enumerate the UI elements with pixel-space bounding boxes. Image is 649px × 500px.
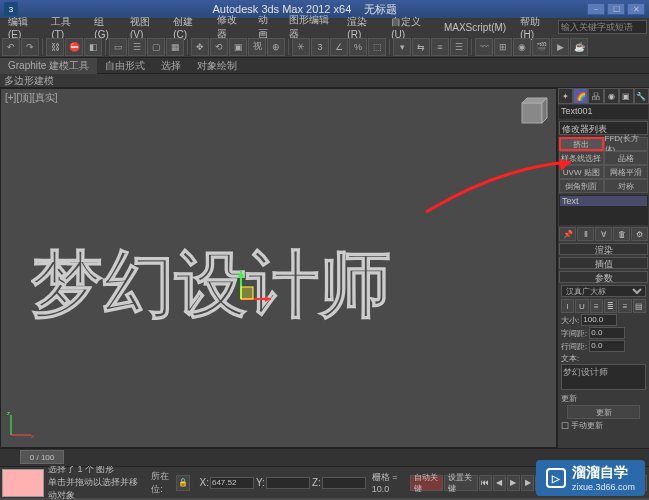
modifier-btn-ffd[interactable]: FFD(长方体) — [604, 137, 649, 151]
stack-unique-icon[interactable]: ∀ — [595, 227, 612, 241]
select-region-icon[interactable]: ▢ — [147, 38, 165, 56]
viewport-label[interactable]: [+][顶][真实] — [5, 91, 58, 105]
prev-frame-icon[interactable]: ◀ — [493, 475, 506, 491]
lock-selection-icon[interactable]: 🔒 — [176, 475, 190, 491]
modifier-btn-meshsmooth[interactable]: 网格平滑 — [604, 165, 649, 179]
modifier-btn-lattice[interactable]: 晶格 — [604, 151, 649, 165]
align-right-icon[interactable]: ≡ — [618, 299, 631, 313]
menu-rendering[interactable]: 渲染(R) — [341, 14, 383, 41]
ribbon-tab-graphite[interactable]: Graphite 建模工具 — [0, 58, 97, 74]
render-setup-icon[interactable]: 🎬 — [532, 38, 550, 56]
mirror-icon[interactable]: ⇆ — [412, 38, 430, 56]
unlink-icon[interactable]: ⛔ — [65, 38, 83, 56]
kerning-spinner[interactable]: 0.0 — [589, 327, 625, 339]
update-button[interactable]: 更新 — [567, 405, 640, 419]
pivot-icon[interactable]: ⊕ — [267, 38, 285, 56]
leading-spinner[interactable]: 0.0 — [589, 340, 625, 352]
rollout-params[interactable]: 参数 — [559, 271, 648, 283]
render-icon[interactable]: ☕ — [570, 38, 588, 56]
time-slider-thumb[interactable]: 0 / 100 — [20, 450, 64, 464]
menu-help[interactable]: 帮助(H) — [514, 14, 556, 41]
size-spinner[interactable]: 100.0 — [581, 314, 617, 326]
select-icon[interactable]: ▭ — [109, 38, 127, 56]
goto-start-icon[interactable]: ⏮ — [479, 475, 492, 491]
scale-icon[interactable]: ▣ — [229, 38, 247, 56]
stack-remove-icon[interactable]: 🗑 — [613, 227, 630, 241]
modifier-btn-symmetry[interactable]: 对称 — [604, 179, 649, 193]
transform-gizmo[interactable] — [211, 269, 281, 331]
rotate-icon[interactable]: ⟲ — [210, 38, 228, 56]
z-coord-input[interactable] — [322, 477, 366, 489]
move-icon[interactable]: ✥ — [191, 38, 209, 56]
cp-tab-modify-icon[interactable]: 🌈 — [573, 88, 588, 104]
undo-icon[interactable]: ↶ — [2, 38, 20, 56]
minimize-button[interactable]: − — [587, 3, 605, 15]
stack-item-text[interactable]: Text — [560, 196, 647, 206]
italic-button[interactable]: I — [561, 299, 574, 313]
cp-tab-display-icon[interactable]: ▣ — [619, 88, 634, 104]
close-button[interactable]: ✕ — [627, 3, 645, 15]
manual-update-checkbox[interactable]: ☐ — [561, 421, 569, 431]
text-input[interactable]: 梦幻设计师 — [561, 364, 646, 390]
modifier-btn-bevelprofile[interactable]: 倒角剖面 — [559, 179, 604, 193]
viewcube[interactable] — [516, 97, 548, 129]
bind-icon[interactable]: ◧ — [84, 38, 102, 56]
named-sel-icon[interactable]: ▾ — [393, 38, 411, 56]
select-manipulate-icon[interactable]: ⚹ — [292, 38, 310, 56]
play-icon[interactable]: ▶ — [507, 475, 520, 491]
next-frame-icon[interactable]: ▶ — [521, 475, 534, 491]
cp-tab-motion-icon[interactable]: ◉ — [604, 88, 619, 104]
modifier-btn-spline-select[interactable]: 样条线选择 — [559, 151, 604, 165]
window-crossing-icon[interactable]: ▦ — [166, 38, 184, 56]
autokey-button[interactable]: 自动关键 — [410, 475, 443, 491]
menu-tools[interactable]: 工具(T) — [45, 14, 86, 41]
rollout-render[interactable]: 渲染 — [559, 243, 648, 255]
angle-snap-icon[interactable]: ∠ — [330, 38, 348, 56]
menu-customize[interactable]: 自定义(U) — [385, 14, 436, 41]
x-coord-input[interactable]: 647.52 — [210, 477, 254, 489]
ribbon-tab-objpaint[interactable]: 对象绘制 — [189, 58, 245, 74]
percent-snap-icon[interactable]: % — [349, 38, 367, 56]
cp-tab-hierarchy-icon[interactable]: 品 — [588, 88, 603, 104]
menu-edit[interactable]: 编辑(E) — [2, 14, 43, 41]
cp-tab-create-icon[interactable]: ✦ — [558, 88, 573, 104]
selection-lock-region[interactable] — [2, 469, 44, 497]
menu-create[interactable]: 创建(C) — [167, 14, 209, 41]
modifier-btn-uvw[interactable]: UVW 贴图 — [559, 165, 604, 179]
maximize-button[interactable]: ☐ — [607, 3, 625, 15]
modifier-stack[interactable]: Text — [559, 195, 648, 225]
font-dropdown[interactable]: 汉真广大标 — [561, 285, 646, 297]
menu-view[interactable]: 视图(V) — [124, 14, 165, 41]
align-center-icon[interactable]: ≣ — [604, 299, 617, 313]
stack-show-end-icon[interactable]: Ⅱ — [577, 227, 594, 241]
help-search-input[interactable]: 输入关键字或短语 — [558, 20, 647, 34]
underline-button[interactable]: U — [575, 299, 588, 313]
refcoord-icon[interactable]: 视 — [248, 38, 266, 56]
spinner-snap-icon[interactable]: ⬚ — [368, 38, 386, 56]
material-editor-icon[interactable]: ◉ — [513, 38, 531, 56]
ribbon-tab-selection[interactable]: 选择 — [153, 58, 189, 74]
snap-icon[interactable]: 3 — [311, 38, 329, 56]
object-name-field[interactable]: Text001 — [559, 105, 648, 119]
stack-pin-icon[interactable]: 📌 — [559, 227, 576, 241]
align-icon[interactable]: ≡ — [431, 38, 449, 56]
curve-editor-icon[interactable]: 〰 — [475, 38, 493, 56]
rollout-interp[interactable]: 插值 — [559, 257, 648, 269]
ribbon-tab-freeform[interactable]: 自由形式 — [97, 58, 153, 74]
viewport[interactable]: [+][顶][真实] 梦幻设计师 — [0, 88, 557, 448]
cp-tab-utilities-icon[interactable]: 🔧 — [634, 88, 649, 104]
redo-icon[interactable]: ↷ — [21, 38, 39, 56]
align-justify-icon[interactable]: ▤ — [633, 299, 646, 313]
schematic-icon[interactable]: ⊞ — [494, 38, 512, 56]
layers-icon[interactable]: ☰ — [450, 38, 468, 56]
align-left-icon[interactable]: ≡ — [590, 299, 603, 313]
menu-maxscript[interactable]: MAXScript(M) — [438, 21, 512, 34]
y-coord-input[interactable] — [266, 477, 310, 489]
select-by-name-icon[interactable]: ☰ — [128, 38, 146, 56]
setkey-button[interactable]: 设置关键 — [444, 475, 477, 491]
modifier-btn-extrude[interactable]: 挤出 — [559, 137, 604, 151]
stack-configure-icon[interactable]: ⚙ — [631, 227, 648, 241]
menu-group[interactable]: 组(G) — [88, 14, 122, 41]
link-icon[interactable]: ⛓ — [46, 38, 64, 56]
render-frame-icon[interactable]: ▶ — [551, 38, 569, 56]
